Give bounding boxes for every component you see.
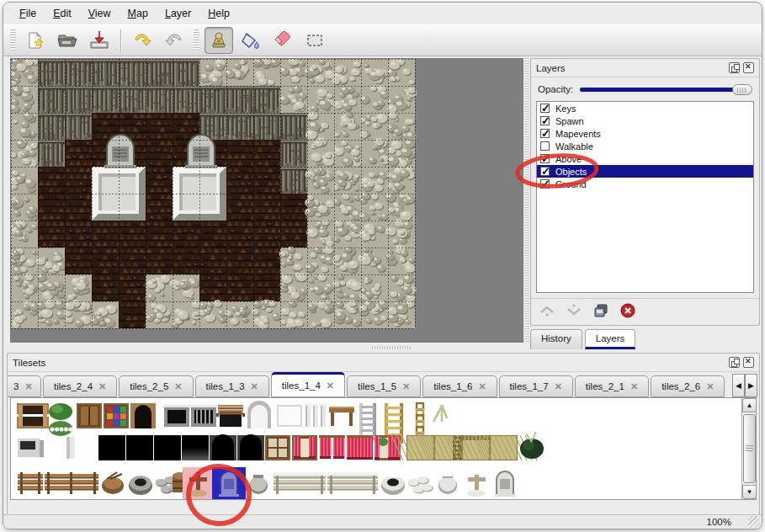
toolbar (3, 24, 762, 56)
horizontal-splitter[interactable] (10, 344, 523, 351)
splitter-grip[interactable] (372, 346, 411, 349)
tileset-tab-tiles_1_4[interactable]: tiles_1_4✕ (271, 372, 345, 397)
opacity-label: Opacity: (538, 84, 573, 94)
layer-label: Mapevents (555, 129, 601, 139)
tileset-tab-tiles_2_4[interactable]: tiles_2_4✕ (43, 375, 117, 397)
tileset-canvas[interactable] (11, 398, 735, 501)
layer-buttons (531, 298, 759, 325)
tileset-tab-tiles_2_5[interactable]: tiles_2_5✕ (119, 375, 193, 397)
resize-grip-icon[interactable] (748, 516, 760, 528)
close-panel-icon[interactable] (743, 62, 754, 73)
vertical-splitter[interactable] (524, 58, 529, 343)
tabs-scroll-right-icon[interactable]: ▶ (745, 374, 757, 397)
tab-label: 3 (13, 381, 19, 391)
tabs-scroll-left-icon[interactable]: ◀ (732, 374, 745, 397)
delete-layer-icon (619, 302, 636, 322)
new-file-icon (25, 30, 45, 51)
layer-visibility-checkbox[interactable] (540, 179, 550, 189)
layer-row-spawn[interactable]: Spawn (537, 114, 753, 127)
tileset-tab-tiles_2_6[interactable]: tiles_2_6✕ (651, 375, 725, 397)
menu-item-file[interactable]: File (12, 5, 44, 22)
scroll-up-icon[interactable]: ▲ (742, 398, 757, 412)
menu-item-help[interactable]: Help (200, 5, 237, 22)
tileset-scrollbar[interactable]: ▲ ▼ (741, 398, 756, 499)
float-panel-icon[interactable] (729, 357, 740, 368)
stamp-tool-button[interactable] (205, 27, 233, 54)
select-tool-button[interactable] (300, 27, 329, 54)
layer-label: Keys (555, 104, 576, 114)
tab-label: tiles_2_1 (586, 381, 624, 391)
tab-close-icon[interactable]: ✕ (98, 381, 106, 392)
layer-visibility-checkbox[interactable] (540, 129, 550, 138)
dock-tab-history[interactable]: History (530, 329, 582, 349)
opacity-slider-handle[interactable] (732, 84, 752, 95)
toolbar-drag-handle[interactable] (194, 29, 199, 51)
menu-item-map[interactable]: Map (120, 5, 156, 22)
menu-item-layer[interactable]: Layer (157, 5, 199, 22)
scroll-down-icon[interactable]: ▼ (742, 485, 757, 499)
tab-close-icon[interactable]: ✕ (402, 381, 410, 392)
tileset-tab-3[interactable]: 3✕ (8, 375, 41, 397)
save-button[interactable] (85, 27, 114, 54)
tilesets-panel-title: Tilesets (13, 358, 45, 368)
opacity-slider[interactable] (580, 82, 752, 96)
undo-icon (131, 30, 153, 51)
float-panel-icon[interactable] (729, 62, 740, 73)
tileset-tab-tiles_2_1[interactable]: tiles_2_1✕ (575, 375, 649, 397)
layer-visibility-checkbox[interactable] (540, 154, 550, 163)
duplicate-layer-icon (592, 302, 609, 322)
layer-visibility-checkbox[interactable] (540, 141, 550, 151)
move-layer-up-button[interactable] (538, 303, 556, 322)
dock-tab-layers[interactable]: Layers (585, 329, 636, 349)
move-layer-down-button[interactable] (565, 303, 583, 322)
app-window: FileEditViewMapLayerHelp Layers Opacity:… (3, 2, 762, 529)
tileset-tab-tiles_1_5[interactable]: tiles_1_5✕ (347, 375, 421, 397)
layer-list: KeysSpawnMapeventsWalkableAboveObjectsGr… (536, 101, 754, 293)
layer-label: Ground (555, 179, 587, 189)
redo-icon (163, 30, 185, 51)
status-bar: 100% (3, 514, 762, 529)
duplicate-layer-button[interactable] (592, 303, 610, 322)
layer-row-objects[interactable]: Objects (537, 165, 753, 178)
tab-close-icon[interactable]: ✕ (478, 381, 486, 392)
layer-row-ground[interactable]: Ground (537, 178, 753, 190)
save-icon (88, 30, 110, 51)
menu-item-edit[interactable]: Edit (45, 5, 79, 22)
layer-row-above[interactable]: Above (537, 152, 753, 165)
new-file-button[interactable] (21, 27, 50, 54)
tab-close-icon[interactable]: ✕ (555, 381, 562, 392)
tab-close-icon[interactable]: ✕ (327, 380, 334, 391)
tab-label: tiles_2_6 (661, 381, 700, 391)
undo-button[interactable] (128, 27, 157, 54)
move-layer-up-icon (539, 302, 555, 322)
layer-row-keys[interactable]: Keys (537, 102, 753, 114)
tilesets-panel-titlebar: Tilesets (8, 354, 759, 372)
fill-tool-button[interactable] (236, 27, 265, 54)
tileset-tab-tiles_1_3[interactable]: tiles_1_3✕ (195, 375, 269, 397)
layer-row-mapevents[interactable]: Mapevents (537, 127, 753, 140)
tab-label: tiles_2_5 (130, 381, 168, 391)
layer-visibility-checkbox[interactable] (540, 116, 550, 125)
open-button[interactable] (53, 27, 82, 54)
select-tool-icon (305, 30, 325, 51)
delete-layer-button[interactable] (619, 303, 637, 322)
menu-item-view[interactable]: View (81, 5, 119, 22)
tab-close-icon[interactable]: ✕ (24, 381, 32, 392)
layer-visibility-checkbox[interactable] (540, 104, 550, 113)
scrollbar-thumb[interactable] (743, 414, 756, 483)
close-panel-icon[interactable] (743, 357, 754, 368)
tab-close-icon[interactable]: ✕ (174, 381, 182, 392)
map-viewport[interactable] (10, 58, 523, 343)
tileset-tab-tiles_1_7[interactable]: tiles_1_7✕ (499, 375, 573, 397)
map-canvas[interactable] (11, 59, 417, 330)
layer-row-walkable[interactable]: Walkable (537, 140, 753, 152)
redo-button[interactable] (160, 27, 189, 54)
layer-visibility-checkbox[interactable] (540, 167, 550, 176)
layer-label: Objects (555, 167, 587, 177)
tab-close-icon[interactable]: ✕ (630, 381, 638, 392)
tileset-tab-tiles_1_6[interactable]: tiles_1_6✕ (422, 375, 497, 397)
tab-close-icon[interactable]: ✕ (251, 381, 258, 392)
tab-close-icon[interactable]: ✕ (706, 381, 714, 392)
eraser-tool-button[interactable] (268, 27, 297, 54)
tab-label: tiles_2_4 (54, 381, 93, 391)
